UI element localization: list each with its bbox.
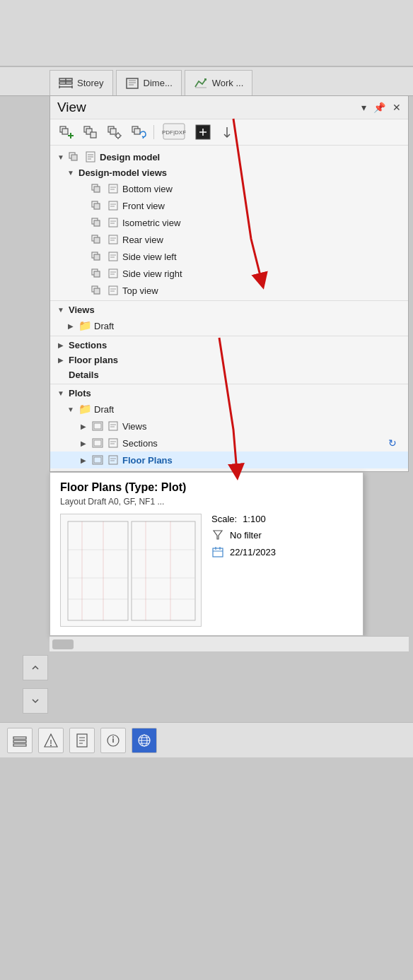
plot-sections-frame-icon xyxy=(91,437,104,449)
tree-views-section[interactable]: Views xyxy=(50,302,408,317)
svg-rect-17 xyxy=(91,132,96,138)
dimensions-icon xyxy=(125,76,139,90)
date-value: 22/11/2023 xyxy=(230,547,276,557)
svg-rect-45 xyxy=(94,203,100,209)
tree-item-top-view[interactable]: Top view xyxy=(50,282,408,299)
tree-plot-sections[interactable]: Sections ↻ xyxy=(50,435,408,451)
refresh-badge[interactable]: ↻ xyxy=(388,437,402,449)
tree-item-rear-view[interactable]: Rear view xyxy=(50,231,408,248)
preview-thumbnail xyxy=(60,514,202,627)
settings-button[interactable] xyxy=(104,122,125,142)
tree-item-front-view[interactable]: Front view xyxy=(50,197,408,214)
panel-toolbar: PDF|DXF xyxy=(50,119,408,146)
globe-button[interactable] xyxy=(132,728,157,753)
bookmarks-button[interactable] xyxy=(69,728,95,753)
tab-storey-label: Storey xyxy=(77,78,104,88)
toolbar-separator xyxy=(153,125,154,139)
tree-item-side-left[interactable]: Side view left xyxy=(50,248,408,265)
tab-bar: Storey Dime... xyxy=(0,67,413,96)
view-doc-icon6 xyxy=(107,267,120,280)
tree-item-side-right[interactable]: Side view right xyxy=(50,265,408,282)
chevron-sections xyxy=(56,341,66,350)
tree-item-bottom-view[interactable]: Bottom view xyxy=(50,180,408,197)
divider1 xyxy=(50,300,408,301)
no-chevron6 xyxy=(78,268,88,278)
plot-views-label: Views xyxy=(122,421,402,432)
divider3 xyxy=(50,384,408,384)
new-view-button[interactable] xyxy=(56,122,77,142)
view-doc-icon5 xyxy=(107,250,120,263)
svg-rect-19 xyxy=(110,129,116,134)
view-doc-icon4 xyxy=(107,233,120,246)
side-btn-bottom[interactable] xyxy=(23,688,48,714)
tree-details[interactable]: Details xyxy=(50,367,408,382)
tab-work[interactable]: Work ... xyxy=(185,70,253,95)
svg-rect-61 xyxy=(109,252,117,261)
storey-icon xyxy=(59,76,73,90)
view-panel: View ▾ 📌 ✕ xyxy=(50,96,409,472)
preview-subtitle: Layout Draft A0, GF, NF1 ... xyxy=(60,497,353,507)
tree-plot-views[interactable]: Views xyxy=(50,418,408,435)
main-page: Storey Dime... xyxy=(0,0,413,980)
preview-meta: Scale: 1:100 No filter xyxy=(211,514,276,558)
close-icon[interactable]: ✕ xyxy=(392,102,401,113)
tree-floor-plans[interactable]: Floor plans xyxy=(50,353,408,367)
svg-rect-80 xyxy=(94,440,101,446)
svg-rect-70 xyxy=(94,288,100,294)
bottom-view-label: Bottom view xyxy=(122,184,402,194)
tab-storey[interactable]: Storey xyxy=(50,70,113,95)
svg-rect-110 xyxy=(13,744,26,746)
refresh-button[interactable] xyxy=(128,122,149,142)
scroll-thumb[interactable] xyxy=(52,639,74,649)
tree-plots[interactable]: Plots xyxy=(50,386,408,401)
svg-rect-81 xyxy=(109,439,117,447)
scale-label: Scale: xyxy=(211,514,237,524)
zoom-button[interactable] xyxy=(192,122,214,142)
svg-point-20 xyxy=(116,134,120,138)
plot-fp-frame-icon xyxy=(91,454,104,466)
chevron-draft xyxy=(66,321,76,331)
tab-dimensions-label: Dime... xyxy=(144,78,173,88)
layers-button[interactable] xyxy=(7,728,33,753)
dropdown-icon[interactable]: ▾ xyxy=(361,102,366,113)
no-chevron4 xyxy=(78,235,88,244)
preview-title: Floor Plans (Type: Plot) xyxy=(60,481,353,494)
plot-views-frame-icon xyxy=(91,420,104,432)
tree-sections[interactable]: Sections xyxy=(50,338,408,353)
view-3d-icon4 xyxy=(91,233,104,246)
svg-rect-60 xyxy=(94,254,100,260)
preview-tooltip: Floor Plans (Type: Plot) Layout Draft A0… xyxy=(50,472,363,636)
filter-value: No filter xyxy=(230,530,262,541)
divider2 xyxy=(50,336,408,336)
pdf-dxf-button[interactable]: PDF|DXF xyxy=(158,122,190,142)
properties-button[interactable] xyxy=(100,728,126,753)
tree-item-isometric-view[interactable]: Isometric view xyxy=(50,214,408,231)
svg-rect-91 xyxy=(68,521,128,620)
pin-icon[interactable]: 📌 xyxy=(373,102,385,113)
tab-dimensions[interactable]: Dime... xyxy=(116,70,182,95)
tree-design-model-views[interactable]: Design-model views xyxy=(50,165,408,180)
view-doc-icon xyxy=(107,182,120,195)
more-button[interactable] xyxy=(216,122,238,142)
side-buttons-area xyxy=(0,651,413,687)
side-btn-top[interactable] xyxy=(23,655,48,680)
library-button[interactable] xyxy=(38,728,64,753)
duplicate-view-button[interactable] xyxy=(80,122,101,142)
svg-rect-34 xyxy=(71,155,77,160)
no-chevron5 xyxy=(78,252,88,261)
svg-text:PDF|DXF: PDF|DXF xyxy=(162,129,186,136)
horizontal-scrollbar[interactable] xyxy=(50,636,409,651)
chevron-views xyxy=(56,305,66,315)
svg-rect-26 xyxy=(134,129,140,134)
filter-icon xyxy=(211,529,224,541)
tree-draft-views[interactable]: 📁 Draft xyxy=(50,317,408,334)
panel-title: View xyxy=(57,100,86,115)
model-doc-icon xyxy=(84,150,97,163)
svg-rect-50 xyxy=(94,220,100,226)
tree-draft-plots[interactable]: 📁 Draft xyxy=(50,401,408,418)
sections-label: Sections xyxy=(69,340,402,350)
tree-plot-floor-plans[interactable]: Floor Plans xyxy=(50,451,408,468)
chevron-floor-plans xyxy=(56,355,66,365)
tree-design-model[interactable]: Design model xyxy=(50,148,408,165)
svg-rect-108 xyxy=(13,737,26,739)
